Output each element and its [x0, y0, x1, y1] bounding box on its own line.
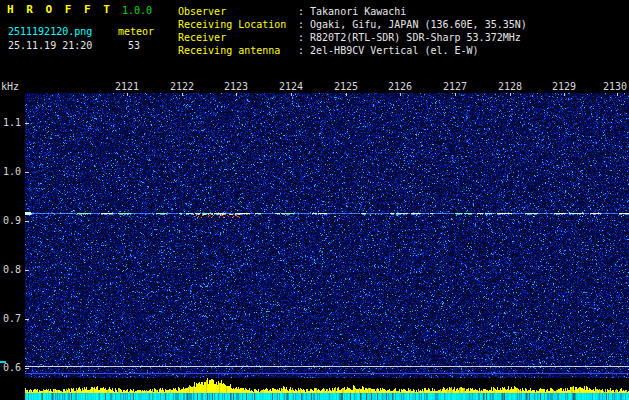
- info-label: Receiving Location: [178, 19, 298, 30]
- time-tick-label: 2127: [443, 81, 467, 92]
- info-label: Receiver: [178, 32, 298, 43]
- info-label: Receiving antenna: [178, 45, 298, 56]
- info-row-observer: Observer: Takanori Kawachi: [178, 6, 527, 19]
- app-title: H R O F F T: [7, 4, 113, 15]
- time-tick-label: 2129: [552, 81, 576, 92]
- info-value: : R820T2(RTL-SDR) SDR-Sharp 53.372MHz: [298, 32, 521, 43]
- mode-label: meteor: [118, 26, 154, 37]
- signal-level-canvas: [25, 378, 629, 400]
- info-value: : Takanori Kawachi: [298, 6, 406, 17]
- time-tick-label: 2126: [388, 81, 412, 92]
- info-row-receiver: Receiver: R820T2(RTL-SDR) SDR-Sharp 53.3…: [178, 32, 527, 45]
- info-row-location: Receiving Location: Ogaki, Gifu, JAPAN (…: [178, 19, 527, 32]
- time-tick-label: 2124: [279, 81, 303, 92]
- datetime-label: 25.11.19 21:20: [8, 40, 92, 51]
- time-tick-label: 2123: [224, 81, 248, 92]
- freq-tick-label: 0.7: [0, 313, 21, 324]
- freq-tick-label: 1.1: [0, 117, 21, 128]
- info-value: : 2el-HB9CV Vertical (el. E-W): [298, 45, 479, 56]
- info-row-antenna: Receiving antenna: 2el-HB9CV Vertical (e…: [178, 45, 527, 58]
- time-tick-label: 2122: [170, 81, 194, 92]
- station-info: Observer: Takanori Kawachi Receiving Loc…: [178, 6, 527, 58]
- freq-tick-label: 0.9: [0, 215, 21, 226]
- time-tick-label: 2125: [334, 81, 358, 92]
- app-version: 1.0.0: [122, 5, 152, 16]
- echo-count: 53: [128, 40, 140, 51]
- freq-tick-label: 0.6: [0, 362, 21, 373]
- time-tick-label: 2130: [603, 81, 627, 92]
- freq-unit-label: kHz: [1, 81, 19, 92]
- time-tick-label: 2128: [498, 81, 522, 92]
- info-label: Observer: [178, 6, 298, 17]
- hrofft-window: H R O F F T 1.0.0 2511192120.png meteor …: [0, 0, 629, 400]
- left-edge-marker: [0, 361, 6, 363]
- time-tick-label: 2121: [115, 81, 139, 92]
- freq-tick-label: 1.0: [0, 166, 21, 177]
- freq-tick-label: 0.8: [0, 264, 21, 275]
- spectrogram-canvas: [25, 93, 629, 378]
- info-value: : Ogaki, Gifu, JAPAN (136.60E, 35.35N): [298, 19, 527, 30]
- output-filename: 2511192120.png: [8, 26, 92, 37]
